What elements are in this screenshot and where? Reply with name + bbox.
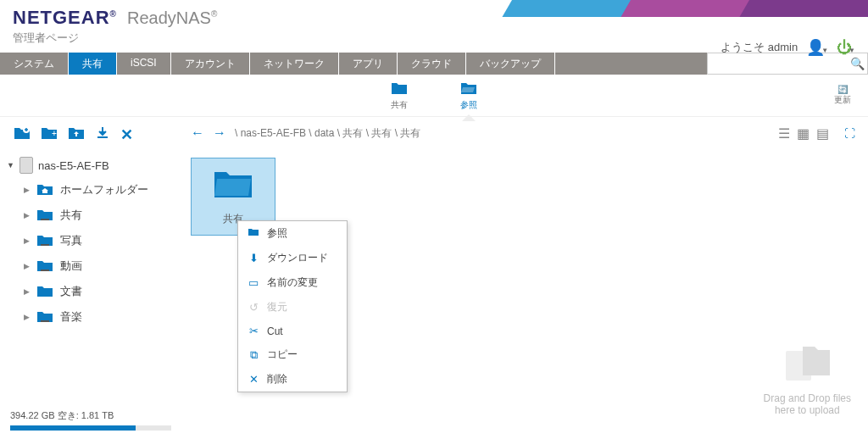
document-folder-icon — [36, 285, 53, 298]
tab-accounts[interactable]: アカウント — [171, 53, 250, 75]
sidebar: + ✕ ▼ nas-E5-AE-FB ▶ ホームフォルダー ▶ 共有 — [0, 117, 178, 429]
music-folder-icon — [36, 310, 53, 324]
refresh-icon: 🔄 — [837, 85, 848, 94]
welcome-text: ようこそ admin — [721, 40, 798, 55]
new-share-icon[interactable] — [14, 125, 31, 145]
tree-item-label: 文書 — [60, 284, 82, 299]
ctx-browse[interactable]: 参照 — [238, 221, 347, 246]
tree-item-label: 写真 — [60, 233, 82, 248]
copy-icon: ⧉ — [247, 348, 260, 362]
tab-iscsi[interactable]: iSCSI — [117, 53, 171, 75]
tab-system[interactable]: システム — [0, 53, 69, 75]
rename-icon: ▭ — [247, 276, 260, 289]
download-icon: ⬇ — [247, 252, 260, 264]
dropzone-icon — [764, 342, 851, 392]
svg-rect-4 — [41, 270, 49, 271]
tree-item-share[interactable]: ▶ 共有 — [24, 203, 171, 228]
tree-item-label: 共有 — [60, 208, 82, 223]
search-input[interactable] — [708, 56, 845, 71]
delete-icon[interactable]: ✕ — [120, 125, 133, 145]
tab-network[interactable]: ネットワーク — [250, 53, 339, 75]
svg-text:+: + — [52, 129, 57, 138]
storage-fill — [10, 425, 136, 431]
ctx-download[interactable]: ⬇ ダウンロード — [238, 246, 347, 270]
caret-icon: ▶ — [24, 236, 30, 245]
caret-icon: ▶ — [24, 211, 30, 220]
photo-folder-icon — [36, 234, 53, 247]
tab-shares[interactable]: 共有 — [69, 53, 117, 75]
search-icon[interactable]: 🔍 — [845, 57, 868, 70]
expand-icon[interactable]: ⛶ — [844, 127, 855, 140]
brand-logo: NETGEAR® — [13, 7, 117, 29]
tree-item-label: ホームフォルダー — [60, 182, 148, 197]
home-folder-icon — [36, 183, 53, 197]
tab-backup[interactable]: バックアップ — [466, 53, 555, 75]
storage-bar — [10, 425, 171, 431]
browse-icon — [247, 227, 260, 240]
ctx-restore: ↺ 復元 — [238, 295, 347, 320]
caret-icon: ▼ — [7, 161, 14, 169]
tab-cloud[interactable]: クラウド — [398, 53, 466, 75]
view-list-icon[interactable]: ☰ — [778, 125, 790, 142]
back-arrow-icon[interactable]: ← — [191, 125, 204, 141]
caret-icon: ▶ — [24, 262, 30, 270]
dropzone[interactable]: Drag and Drop files here to upload — [764, 342, 851, 416]
svg-rect-2 — [41, 219, 49, 220]
tree-item-label: 動画 — [60, 258, 82, 274]
decorative-banner — [444, 0, 868, 30]
subbar-share[interactable]: 共有 — [390, 81, 409, 111]
share-folder-icon — [36, 208, 53, 222]
upload-icon[interactable] — [68, 125, 85, 145]
restore-icon: ↺ — [247, 301, 260, 314]
tree-item-home[interactable]: ▶ ホームフォルダー — [24, 177, 171, 203]
power-icon[interactable]: ⏻▼ — [837, 39, 855, 57]
ctx-rename[interactable]: ▭ 名前の変更 — [238, 270, 347, 295]
folder-browse-icon — [459, 81, 478, 97]
context-menu: 参照 ⬇ ダウンロード ▭ 名前の変更 ↺ 復元 ✂ Cut ⧉ コピー ✕ 削… — [237, 220, 348, 392]
svg-rect-5 — [41, 320, 49, 322]
forward-arrow-icon[interactable]: → — [213, 125, 226, 141]
cut-icon: ✂ — [247, 325, 260, 337]
view-large-grid-icon[interactable]: ▤ — [816, 125, 829, 142]
product-name: ReadyNAS® — [127, 8, 217, 28]
caret-icon: ▶ — [24, 186, 30, 194]
caret-icon: ▶ — [24, 287, 30, 296]
view-small-grid-icon[interactable]: ▦ — [797, 125, 810, 142]
tree-item-label: 音楽 — [60, 309, 82, 325]
breadcrumb: \ nas-E5-AE-FB \ data \ 共有 \ 共有 \ 共有 — [235, 126, 420, 141]
dropzone-text-1: Drag and Drop files — [764, 392, 851, 404]
ctx-cut[interactable]: ✂ Cut — [238, 320, 347, 342]
folder-share-icon — [390, 81, 409, 97]
video-folder-icon — [36, 259, 53, 273]
caret-icon: ▶ — [24, 313, 30, 321]
storage-info: 394.22 GB 空き: 1.81 TB — [10, 409, 171, 431]
tree-item-video[interactable]: ▶ 動画 — [24, 253, 171, 279]
tree-root[interactable]: ▼ nas-E5-AE-FB — [7, 153, 171, 177]
subbar-browse[interactable]: 参照 — [459, 81, 478, 111]
refresh-button[interactable]: 🔄 更新 — [834, 85, 851, 106]
ctx-delete[interactable]: ✕ 削除 — [238, 367, 347, 392]
tree-item-music[interactable]: ▶ 音楽 — [24, 304, 171, 330]
tree-root-label: nas-E5-AE-FB — [38, 159, 109, 172]
tree-item-photo[interactable]: ▶ 写真 — [24, 228, 171, 253]
tree-item-document[interactable]: ▶ 文書 — [24, 279, 171, 304]
download-icon[interactable] — [95, 125, 110, 145]
storage-text: 394.22 GB 空き: 1.81 TB — [10, 410, 114, 420]
user-icon[interactable]: 👤▼ — [806, 38, 828, 57]
ctx-copy[interactable]: ⧉ コピー — [238, 342, 347, 367]
dropzone-text-2: here to upload — [764, 404, 851, 416]
new-folder-icon[interactable]: + — [41, 125, 58, 145]
nas-icon — [19, 157, 33, 174]
delete-icon: ✕ — [247, 373, 260, 386]
svg-rect-3 — [41, 244, 49, 246]
folder-icon — [200, 167, 266, 208]
tab-apps[interactable]: アプリ — [339, 53, 398, 75]
